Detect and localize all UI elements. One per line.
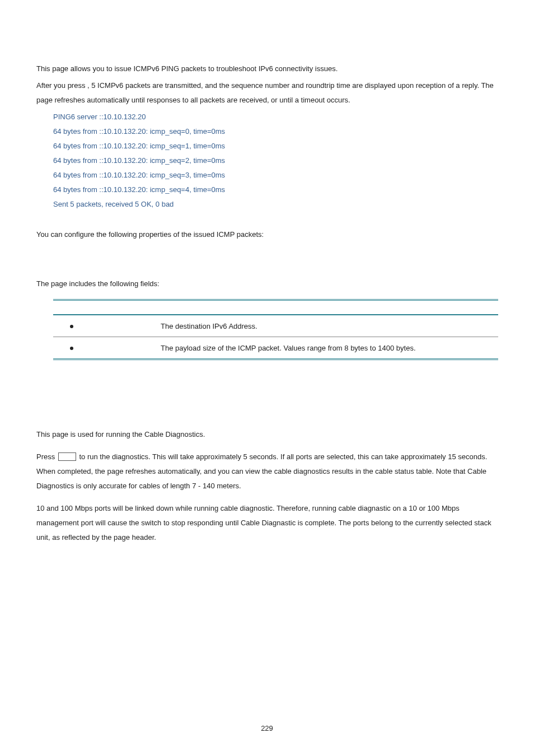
bullet-icon [70,347,73,350]
ping-output-line-0: PING6 server ::10.10.132.20 [53,110,498,124]
field-description: The destination IPv6 Address. [160,315,498,337]
cable-paragraph-1: This page is used for running the Cable … [36,427,498,442]
bullet-icon [70,325,73,328]
ping-output-line-3: 64 bytes from ::10.10.132.20: icmp_seq=2… [53,153,498,168]
field-description: The payload size of the ICMP packet. Val… [160,337,498,360]
cable-p2-post: to run the diagnostics. This will take a… [36,452,487,490]
start-button[interactable] [58,452,76,461]
table-row: The destination IPv6 Address. [53,315,498,337]
ping-output-line-2: 64 bytes from ::10.10.132.20: icmp_seq=1… [53,139,498,153]
ping-output-line-4: 64 bytes from ::10.10.132.20: icmp_seq=3… [53,168,498,183]
ping-output-line-1: 64 bytes from ::10.10.132.20: icmp_seq=0… [53,124,498,139]
page-number: 229 [0,724,534,732]
cable-p2-pre: Press [36,452,57,461]
fields-table: The destination IPv6 Address. The payloa… [53,299,498,360]
ping-output-line-6: Sent 5 packets, received 5 OK, 0 bad [53,197,498,212]
fields-intro: The page includes the following fields: [36,277,498,291]
table-row: The payload size of the ICMP packet. Val… [53,337,498,360]
config-note: You can configure the following properti… [36,227,498,242]
intro-paragraph-1: This page allows you to issue ICMPv6 PIN… [36,62,498,76]
intro-paragraph-2: After you press , 5 ICMPv6 packets are t… [36,78,498,108]
cable-paragraph-2: Press to run the diagnostics. This will … [36,450,498,493]
cable-paragraph-3: 10 and 100 Mbps ports will be linked dow… [36,501,498,545]
ping-output-line-5: 64 bytes from ::10.10.132.20: icmp_seq=4… [53,183,498,197]
